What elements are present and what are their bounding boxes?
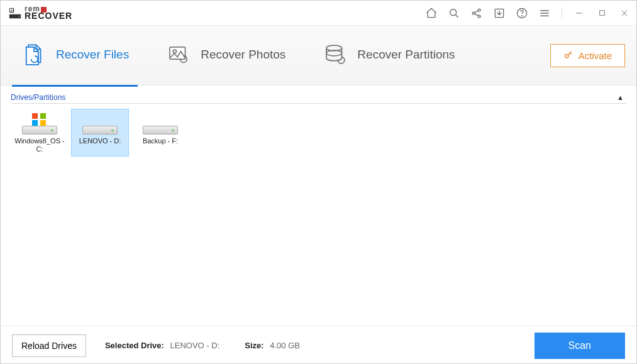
drive-item[interactable]: LENOVO - D: [71,109,129,157]
close-button[interactable] [618,6,631,20]
drive-icon [21,113,58,135]
drive-icon [141,113,179,135]
save-session-icon[interactable] [492,6,506,20]
tabs-region: Recover Files Recover Photos Recover Par… [1,26,636,85]
tab-recover-partitions[interactable]: Recover Partitions [313,36,463,74]
svg-rect-4 [12,10,13,11]
help-icon[interactable] [515,6,529,20]
system-icons [424,6,631,20]
key-icon [563,50,573,60]
svg-point-13 [522,15,523,16]
partition-recover-icon [322,41,348,68]
file-recover-icon [21,41,47,68]
svg-rect-14 [599,11,604,16]
footer: Reload Drives Selected Drive: LENOVO - D… [1,326,636,364]
maximize-button[interactable] [595,6,609,20]
scan-button[interactable]: Scan [535,333,625,359]
logo-icon [8,6,22,20]
svg-point-9 [478,9,480,11]
size-info: Size: 4.00 GB [245,341,300,350]
drive-label: Backup - F: [134,137,187,153]
menu-icon[interactable] [538,6,551,20]
selected-drive-info: Selected Drive: LENOVO - D: [105,341,219,350]
selected-drive-label: Selected Drive: [105,341,164,350]
selected-drive-value: LENOVO - D: [170,341,220,350]
size-value: 4.00 GB [270,341,300,350]
section-label: Drives/Partitions [11,93,65,102]
drive-label: Windows8_OS - C: [13,137,66,153]
svg-point-10 [478,15,480,18]
drive-item[interactable]: Backup - F: [131,109,189,157]
photo-recover-icon [165,41,192,68]
footer-info: Selected Drive: LENOVO - D: Size: 4.00 G… [105,341,516,350]
share-icon[interactable] [470,6,484,20]
drive-label: LENOVO - D: [74,137,126,153]
drive-icon [81,113,119,135]
tab-recover-photos[interactable]: Recover Photos [157,36,294,74]
titlebar: rem RECOVER [1,1,636,26]
tab-label: Recover Photos [201,48,285,62]
tab-label: Recover Partitions [357,48,455,62]
activate-label: Activate [579,50,612,61]
home-icon[interactable] [424,6,438,20]
svg-point-19 [565,55,568,58]
collapse-icon[interactable]: ▲ [614,94,626,101]
size-label: Size: [245,341,263,350]
drive-item[interactable]: Windows8_OS - C: [11,109,69,157]
app-logo: rem RECOVER [8,6,72,19]
minimize-button[interactable] [572,6,586,20]
content-area: Drives/Partitions ▲ Windows8_OS - C:LENO… [1,85,636,326]
search-icon[interactable] [447,6,461,20]
svg-point-8 [472,12,475,14]
brand-bottom: RECOVER [25,13,72,20]
reload-drives-button[interactable]: Reload Drives [12,334,86,357]
tab-recover-files[interactable]: Recover Files [12,36,138,74]
section-header: Drives/Partitions ▲ [11,93,626,104]
svg-rect-3 [10,10,11,11]
activate-button[interactable]: Activate [550,44,625,67]
svg-point-6 [19,16,20,17]
svg-rect-2 [12,8,13,9]
tab-label: Recover Files [56,48,129,62]
drives-list: Windows8_OS - C:LENOVO - D:Backup - F: [11,104,626,157]
svg-rect-1 [10,8,11,9]
svg-point-7 [450,9,457,15]
